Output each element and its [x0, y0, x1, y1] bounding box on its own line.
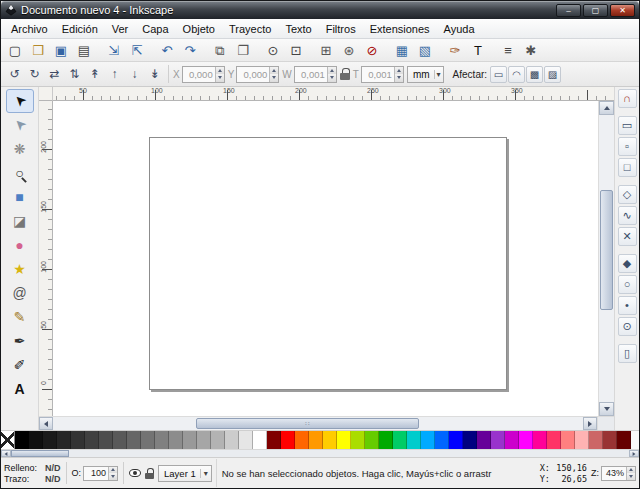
palette-swatch[interactable]	[183, 431, 197, 449]
canvas[interactable]	[53, 101, 598, 416]
horizontal-scroll-thumb[interactable]: ∷	[196, 418, 419, 429]
menu-trayecto[interactable]: Trayecto	[222, 21, 278, 37]
paste-button[interactable]: ❐	[232, 40, 254, 60]
palette-swatch[interactable]	[379, 431, 393, 449]
text-dialog-button[interactable]: T	[467, 40, 489, 60]
new-document-button[interactable]: ▢	[4, 40, 26, 60]
print-button[interactable]: ▤	[73, 40, 95, 60]
close-button[interactable]: ✕	[610, 4, 635, 17]
spin-arrows-icon[interactable]	[394, 67, 403, 82]
palette-swatch[interactable]	[29, 431, 43, 449]
palette-swatch[interactable]	[463, 431, 477, 449]
stroke-value[interactable]: N/D	[45, 474, 61, 484]
node-tool[interactable]: ➤	[6, 113, 34, 137]
palette-swatch[interactable]	[603, 431, 617, 449]
rectangle-tool[interactable]: ■	[6, 185, 34, 209]
horizontal-ruler[interactable]: 50 100 150 200 250 300 350	[53, 87, 614, 101]
lock-ratio-icon[interactable]	[340, 68, 350, 81]
snap-object-centers[interactable]: ⊙	[618, 317, 637, 336]
raise-to-top-button[interactable]: ↟	[85, 65, 104, 84]
zoom-page-button[interactable]: ⊡	[285, 40, 307, 60]
horizontal-scroll-track[interactable]: ∷	[53, 417, 583, 430]
vertical-scroll-thumb[interactable]	[600, 190, 613, 311]
spiral-tool[interactable]: @	[6, 281, 34, 305]
snap-path-intersections[interactable]: ✕	[618, 227, 637, 246]
lower-to-bottom-button[interactable]: ↡	[145, 65, 164, 84]
flip-vertical-button[interactable]: ⇅	[65, 65, 84, 84]
zoom-drawing-button[interactable]: ⊙	[262, 40, 284, 60]
selector-tool[interactable]: ➤	[6, 89, 34, 113]
snap-nodes[interactable]: ◇	[618, 185, 637, 204]
palette-swatch[interactable]	[253, 431, 267, 449]
spin-arrows-icon[interactable]	[327, 67, 336, 82]
layer-lock-icon[interactable]	[145, 468, 154, 479]
palette-swatch[interactable]	[295, 431, 309, 449]
export-button[interactable]: ⇱	[126, 40, 148, 60]
import-button[interactable]: ⇲	[103, 40, 125, 60]
snap-bbox-corners[interactable]: □	[618, 158, 637, 177]
menu-texto[interactable]: Texto	[278, 21, 318, 37]
palette-swatch[interactable]	[211, 431, 225, 449]
spin-arrows-icon[interactable]	[269, 67, 278, 82]
snap-page-border[interactable]: ▯	[618, 344, 637, 363]
tweak-tool[interactable]: ❋	[6, 137, 34, 161]
palette-swatch[interactable]	[561, 431, 575, 449]
palette-swatch[interactable]	[617, 431, 631, 449]
group-button[interactable]: ▦	[391, 40, 413, 60]
clone-button[interactable]: ⊛	[338, 40, 360, 60]
scroll-down-button[interactable]	[599, 402, 614, 416]
height-field[interactable]: 0,001	[361, 66, 404, 83]
palette-swatch[interactable]	[239, 431, 253, 449]
y-position-field[interactable]: 0,000	[236, 66, 279, 83]
palette-scroll-left-button[interactable]	[1, 450, 11, 457]
spin-arrows-icon[interactable]	[108, 467, 117, 480]
copy-button[interactable]: ⧉	[209, 40, 231, 60]
palette-swatch[interactable]	[421, 431, 435, 449]
scroll-up-button[interactable]	[599, 101, 614, 115]
palette-swatch[interactable]	[281, 431, 295, 449]
redo-button[interactable]: ↷	[179, 40, 201, 60]
zoom-tool[interactable]: ○	[6, 161, 34, 185]
palette-swatch[interactable]	[547, 431, 561, 449]
raise-button[interactable]: ↑	[105, 65, 124, 84]
palette-swatch[interactable]	[505, 431, 519, 449]
pencil-tool[interactable]: ✎	[6, 305, 34, 329]
palette-swatch[interactable]	[197, 431, 211, 449]
palette-swatch[interactable]	[169, 431, 183, 449]
menu-archivo[interactable]: Archivo	[4, 21, 55, 37]
flip-horizontal-button[interactable]: ⇄	[45, 65, 64, 84]
palette-scroll-track[interactable]	[11, 450, 629, 457]
snap-midpoints[interactable]: •	[618, 296, 637, 315]
preferences-button[interactable]: ✱	[520, 40, 542, 60]
snap-bbox[interactable]: ▭	[618, 116, 637, 135]
save-button[interactable]: ▣	[50, 40, 72, 60]
align-dialog-button[interactable]: ≡	[497, 40, 519, 60]
fill-value[interactable]: N/D	[45, 463, 61, 473]
menu-extensiones[interactable]: Extensiones	[363, 21, 437, 37]
palette-swatch[interactable]	[365, 431, 379, 449]
menu-filtros[interactable]: Filtros	[319, 21, 363, 37]
palette-swatch[interactable]	[43, 431, 57, 449]
palette-swatch[interactable]	[575, 431, 589, 449]
palette-swatch[interactable]	[99, 431, 113, 449]
palette-swatch[interactable]	[337, 431, 351, 449]
undo-button[interactable]: ↶	[156, 40, 178, 60]
snap-enable-toggle[interactable]: ∩	[618, 89, 637, 108]
layer-dropdown[interactable]: Layer 1 ▾	[158, 465, 212, 482]
menu-ver[interactable]: Ver	[105, 21, 136, 37]
spin-arrows-icon[interactable]	[215, 67, 224, 82]
palette-scroll-right-button[interactable]	[629, 450, 639, 457]
no-color-swatch[interactable]	[1, 431, 15, 449]
scale-corners-toggle[interactable]: ◠	[508, 66, 525, 83]
menu-ayuda[interactable]: Ayuda	[437, 21, 482, 37]
opacity-field[interactable]: 100	[83, 466, 118, 481]
lower-button[interactable]: ↓	[125, 65, 144, 84]
box3d-tool[interactable]: ◪	[6, 209, 34, 233]
star-tool[interactable]: ★	[6, 257, 34, 281]
move-patterns-toggle[interactable]: ▨	[544, 66, 561, 83]
palette-swatch[interactable]	[589, 431, 603, 449]
spin-arrows-icon[interactable]	[626, 467, 635, 480]
layer-visibility-icon[interactable]	[129, 469, 141, 477]
snap-smooth-nodes[interactable]: ○	[618, 275, 637, 294]
units-dropdown[interactable]: mm ▾	[407, 66, 444, 83]
